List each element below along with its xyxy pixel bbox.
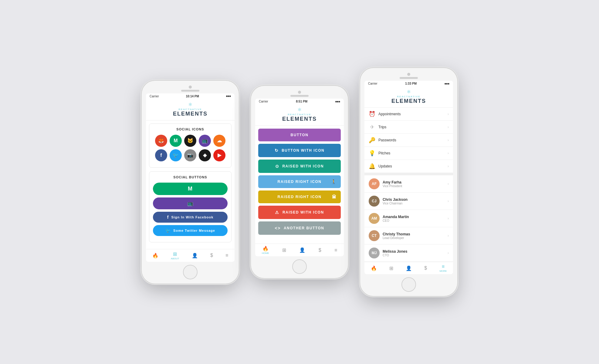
nav-dollar-2[interactable]: $ (319, 248, 321, 253)
btn-with-icon-label: BUTTON WITH ICON (282, 148, 324, 153)
nav-home-1[interactable]: 🔥 (152, 253, 158, 258)
nav-menu-1[interactable]: ≡ (225, 253, 228, 258)
list-divider (364, 173, 453, 175)
battery-1: ■■■ (226, 95, 231, 98)
facebook-btn-label: Sign In With Facebook (171, 215, 213, 219)
dollar-nav-icon-3: $ (424, 265, 427, 271)
list-item-appointments[interactable]: ⏰ Appointments › (364, 108, 453, 121)
btn-raised-right-2[interactable]: RAISED RIGHT ICON 🏛 (258, 190, 341, 203)
christy-chevron: › (448, 234, 449, 238)
passwords-icon: 🔑 (369, 137, 375, 143)
chris-avatar: CJ (369, 196, 380, 207)
facebook-icon[interactable]: f (155, 149, 167, 161)
btn-another[interactable]: <> ANOTHER BUTTON (258, 221, 341, 235)
about-nav-icon-1: ⊞ (173, 251, 177, 257)
list-item-pitches[interactable]: 💡 Pitches › (364, 147, 453, 160)
amy-info: Amy Farha Vice President (383, 180, 402, 188)
melissa-name: Melissa Jones (383, 249, 407, 254)
btn-raised-icon-label: RAISED WITH ICON (282, 164, 324, 168)
icon-row-1: 🦊 M 🐱 📺 ☁ (153, 135, 228, 147)
phone-bottom-1 (146, 265, 235, 279)
speaker-3 (400, 77, 418, 79)
screen-2: Carrier 8:51 PM ■■■ ⚛ REACTNATIVE ELEMEN… (255, 99, 344, 256)
medium-icon[interactable]: M (170, 135, 182, 147)
buttons-content: BUTTON ↻ BUTTON WITH ICON ⊙ RAISED WITH … (255, 126, 344, 244)
chris-initials: CJ (372, 199, 376, 203)
nav-profile-2[interactable]: 👤 (299, 247, 305, 253)
home-nav-label-2: HOME (262, 252, 269, 254)
btn-raised-right-1[interactable]: RAISED RIGHT ICON 🚶 (258, 175, 341, 188)
twitter-btn-icon: 🐦 (165, 228, 171, 233)
nav-home-3[interactable]: 🔥 (371, 265, 377, 271)
nav-bar-2: 🔥 HOME ⊞ 👤 $ ≡ (255, 244, 344, 256)
appointments-left: ⏰ Appointments (369, 111, 401, 117)
btn-raised-right-1-label: RAISED RIGHT ICON (278, 180, 322, 184)
instagram-icon[interactable]: 📷 (184, 149, 196, 161)
social-content: SOCIAL ICONS 🦊 M 🐱 📺 ☁ f 🐦 📷 ◈ (146, 120, 235, 249)
icon-row-2: f 🐦 📷 ◈ ▶ (153, 149, 228, 161)
twitter-btn[interactable]: 🐦 Some Twitter Message (153, 225, 228, 236)
amanda-avatar: AM (369, 213, 380, 224)
menu-nav-icon-1: ≡ (225, 253, 228, 258)
amy-left: AF Amy Farha Vice President (369, 178, 402, 189)
pitches-left: 💡 Pitches (369, 150, 390, 157)
app-header-2: ⚛ REACTNATIVE ELEMENTS (255, 104, 344, 126)
medium-btn[interactable]: M (153, 183, 228, 195)
nav-dollar-1[interactable]: $ (210, 253, 213, 258)
contact-christy[interactable]: CT Christy Thomas Lead Developer › (364, 227, 453, 244)
home-button-2[interactable] (292, 259, 307, 274)
soundcloud-icon[interactable]: ☁ (213, 135, 225, 147)
dollar-nav-icon-1: $ (210, 253, 213, 258)
list-item-updates[interactable]: 🔔 Updates › (364, 160, 453, 173)
codepen-icon[interactable]: ◈ (199, 149, 211, 161)
about-nav-icon-3: ⊞ (389, 265, 393, 271)
passwords-label: Passwords (378, 138, 396, 142)
amy-avatar: AF (369, 178, 380, 189)
btn-with-icon[interactable]: ↻ BUTTON WITH ICON (258, 144, 341, 157)
nav-about-1[interactable]: ⊞ ABOUT (171, 251, 179, 260)
contact-chris[interactable]: CJ Chris Jackson Vice Chairman › (364, 193, 453, 210)
amanda-title: CEO (383, 219, 409, 222)
twitch-btn[interactable]: 📺 (153, 197, 228, 209)
menu-section: ⏰ Appointments › ✈ Trips › (364, 108, 453, 173)
btn-with-icon-left: ↻ (275, 148, 279, 153)
app-header-1: ⚛ REACTNATIVE ELEMENTS (146, 99, 235, 120)
nav-about-2[interactable]: ⊞ (282, 247, 286, 253)
nav-home-2[interactable]: 🔥 HOME (262, 246, 269, 254)
gitlab-icon[interactable]: 🦊 (155, 135, 167, 147)
home-nav-icon-3: 🔥 (371, 265, 377, 271)
nav-dollar-3[interactable]: $ (424, 265, 427, 271)
social-icons-section: SOCIAL ICONS 🦊 M 🐱 📺 ☁ f 🐦 📷 ◈ (149, 123, 232, 168)
twitter-icon[interactable]: 🐦 (170, 149, 182, 161)
logo-bottom-1: ELEMENTS (173, 111, 208, 117)
nav-menu-2[interactable]: ≡ (334, 248, 337, 253)
nav-profile-3[interactable]: 👤 (406, 265, 412, 271)
btn-raised-with-icon[interactable]: ⚠ RAISED WITH ICON (258, 206, 341, 219)
facebook-btn[interactable]: f Sign In With Facebook (153, 212, 228, 223)
home-button-1[interactable] (183, 265, 198, 279)
twitch-icon[interactable]: 📺 (199, 135, 211, 147)
contacts-section: AF Amy Farha Vice President › CJ (364, 175, 453, 262)
btn-raised-right-2-icon: 🏛 (332, 194, 337, 199)
contact-amanda[interactable]: AM Amanda Martin CEO › (364, 210, 453, 227)
melissa-title: CTO (383, 254, 407, 257)
camera-1 (189, 86, 192, 89)
contact-amy[interactable]: AF Amy Farha Vice President › (364, 175, 453, 193)
updates-chevron: › (448, 164, 449, 168)
nav-profile-1[interactable]: 👤 (192, 253, 198, 258)
nav-about-3[interactable]: ⊞ (389, 265, 393, 271)
profile-nav-icon-2: 👤 (299, 247, 305, 253)
btn-button[interactable]: BUTTON (258, 129, 341, 141)
phone-3: Carrier 1:33 PM ■■■ ⚛ REACTNATIVE ELEMEN… (360, 68, 457, 296)
nav-more-3[interactable]: ≡ MORE (439, 264, 447, 272)
time-1: 10:14 PM (186, 95, 199, 98)
battery-2: ■■■ (335, 100, 340, 103)
youtube-icon[interactable]: ▶ (213, 149, 225, 161)
list-item-passwords[interactable]: 🔑 Passwords › (364, 134, 453, 147)
contact-melissa[interactable]: MJ Melissa Jones CTO › (364, 244, 453, 262)
github-icon[interactable]: 🐱 (184, 135, 196, 147)
christy-info: Christy Thomas Lead Developer (383, 232, 410, 240)
home-button-3[interactable] (401, 277, 416, 292)
list-item-trips[interactable]: ✈ Trips › (364, 121, 453, 134)
btn-raised-icon[interactable]: ⊙ RAISED WITH ICON (258, 160, 341, 173)
